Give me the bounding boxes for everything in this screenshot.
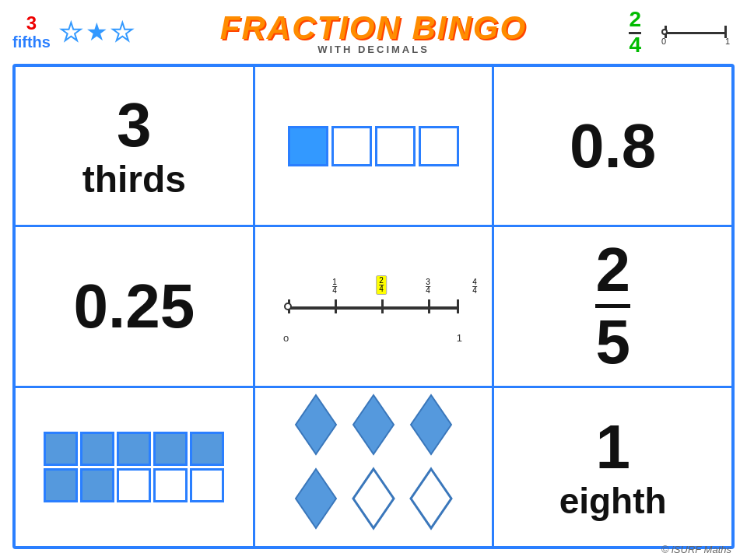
star-1: ★ (60, 17, 82, 47)
grid-block-3 (117, 432, 151, 466)
corner-fraction: 2 4 (629, 9, 641, 56)
block-2-empty (331, 126, 372, 166)
main-title: FRACTION BINGO (220, 9, 527, 47)
nl-label-1: 1 (725, 37, 730, 46)
cell-1-eighth: 1 eighth (494, 388, 731, 546)
svg-marker-5 (411, 469, 451, 528)
header-fraction-label: 3 fifths (12, 13, 51, 51)
svg-marker-0 (296, 395, 336, 454)
cell-block-diagram (255, 67, 493, 225)
fraction-numerator: 3 (26, 13, 37, 33)
nl-label-3-4: 3 4 (426, 278, 430, 295)
fraction-2-5-num: 2 (595, 239, 630, 308)
block-4-empty (419, 126, 459, 166)
grid-block-4 (153, 432, 188, 466)
block-diagram (288, 126, 459, 166)
cell-diamonds (255, 388, 493, 546)
nl-bottom-0: o (283, 332, 289, 344)
nl-tick-quarter1 (335, 299, 337, 313)
header-number-line: 0 1 (657, 16, 735, 47)
svg-marker-1 (353, 395, 394, 454)
diamonds-svg (288, 391, 459, 543)
nl-tick-quarter3 (428, 299, 430, 313)
cell-grid-blocks (16, 388, 253, 546)
cell-025: 0.25 (16, 227, 253, 385)
block-1-filled (288, 126, 328, 166)
nl-bottom-1: 1 (457, 332, 462, 344)
nl-dot-0 (284, 303, 292, 310)
corner-fraction-num: 2 (629, 9, 641, 34)
stars-container: ★ ★ ★ (60, 17, 134, 47)
corner-fraction-den: 4 (629, 34, 641, 56)
decimal-08: 0.8 (570, 110, 656, 182)
grid-block-7 (80, 468, 114, 502)
grid-block-2 (80, 432, 114, 466)
fraction-denominator: fifths (12, 33, 51, 51)
block-3-empty (375, 126, 416, 166)
svg-marker-3 (296, 469, 336, 528)
bingo-grid: 3 thirds 0.8 0.25 (12, 64, 735, 549)
eighth-word: eighth (559, 481, 667, 521)
svg-marker-4 (353, 469, 394, 528)
grid-block-10 (190, 468, 224, 502)
decimal-025: 0.25 (73, 271, 195, 342)
grid-block-5 (190, 432, 224, 466)
nl-label-0: 0 (661, 37, 666, 46)
grid-block-1 (44, 432, 78, 466)
cell-2-5: 2 5 (494, 227, 731, 385)
grid-block-6 (44, 468, 78, 502)
svg-marker-2 (411, 395, 451, 454)
grid-block-9 (153, 468, 188, 502)
cell-3-thirds: 3 thirds (16, 67, 253, 225)
nl-large-line (288, 306, 459, 310)
fraction-2-5-den: 5 (595, 308, 630, 373)
number-line-large: 1 4 2 4 3 4 4 4 o 1 (272, 268, 475, 345)
copyright: © iSURF Maths (661, 544, 731, 555)
star-2: ★ (86, 17, 108, 47)
text-fraction-eighth: 1 eighth (559, 413, 667, 521)
grid-blocks (44, 432, 224, 502)
star-3: ★ (111, 17, 134, 47)
header: 3 fifths ★ ★ ★ FRACTION BINGO WITH DECIM… (0, 0, 747, 64)
title-area: FRACTION BINGO WITH DECIMALS (220, 9, 527, 55)
grid-block-8 (117, 468, 151, 502)
nl-label-1-4: 1 4 (332, 278, 337, 295)
eighth-number: 1 (559, 413, 667, 481)
fraction-2-5: 2 5 (595, 239, 630, 373)
nl-label-4-4: 4 4 (472, 278, 477, 295)
nl-tick-quarter2 (381, 299, 384, 313)
header-left: 3 fifths ★ ★ ★ (12, 13, 134, 51)
header-right: 2 4 0 1 (629, 9, 735, 56)
nl-label-2-4: 2 4 (376, 275, 387, 295)
nl-line (665, 32, 727, 34)
cell-08: 0.8 (494, 67, 731, 225)
thirds-number: 3 (82, 91, 186, 159)
text-fraction-thirds: 3 thirds (82, 91, 186, 201)
nl-dot (661, 29, 668, 35)
nl-tick-1 (457, 299, 459, 313)
cell-number-line: 1 4 2 4 3 4 4 4 o 1 (255, 227, 493, 385)
thirds-word: thirds (82, 159, 186, 201)
